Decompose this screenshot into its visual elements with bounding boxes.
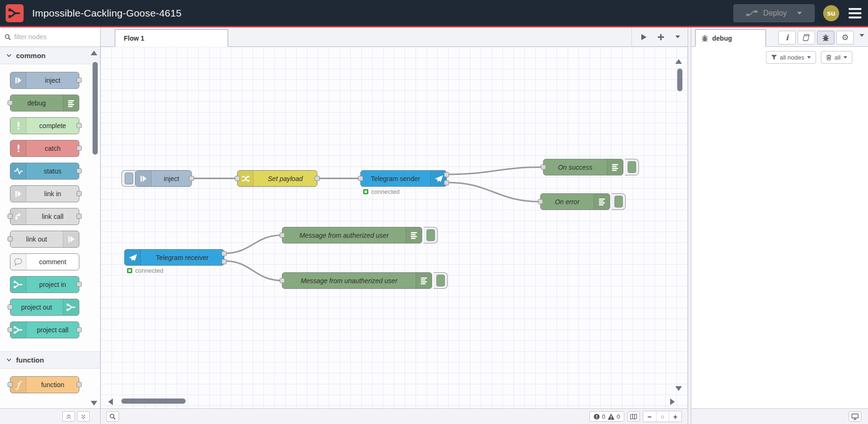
canvas-scroll-left-icon[interactable]: [108, 398, 113, 405]
tab-debug[interactable]: debug: [695, 29, 766, 47]
output-port-2[interactable]: [444, 180, 449, 185]
flow-node-on-error[interactable]: On error: [540, 193, 610, 210]
canvas-scroll-down-icon[interactable]: [675, 386, 682, 391]
output-port-2[interactable]: [221, 259, 227, 264]
notification-counts[interactable]: 0 0: [589, 411, 624, 422]
palette-node-link-call[interactable]: link call: [10, 208, 79, 225]
input-port[interactable]: [280, 233, 285, 238]
canvas-scroll-right-icon[interactable]: [670, 398, 675, 405]
output-port[interactable]: [77, 191, 82, 196]
debug-toggle-button[interactable]: [424, 227, 438, 243]
open-in-window-button[interactable]: [849, 411, 861, 422]
debug-tab-button[interactable]: [817, 31, 834, 44]
zoom-in-button[interactable]: +: [669, 411, 681, 422]
input-port[interactable]: [538, 199, 543, 204]
info-tab-button[interactable]: i: [778, 31, 796, 44]
main-menu-icon[interactable]: [848, 6, 862, 20]
sidebar-splitter[interactable]: [688, 27, 691, 424]
palette-scroll-down-icon[interactable]: [91, 401, 97, 406]
input-port[interactable]: [8, 304, 13, 310]
palette-node-project-call[interactable]: project call: [10, 321, 79, 338]
telegram-plane-icon: [125, 250, 141, 265]
link-arrow-icon: [10, 208, 26, 225]
output-port-1[interactable]: [221, 251, 227, 256]
input-port[interactable]: [541, 164, 546, 170]
add-flow-button[interactable]: [655, 31, 667, 43]
palette-scrollbar-thumb[interactable]: [93, 62, 98, 155]
zoom-out-button[interactable]: −: [643, 411, 656, 422]
palette-node-comment[interactable]: comment: [10, 253, 79, 270]
input-port[interactable]: [8, 382, 13, 387]
palette-node-function[interactable]: ƒ function: [10, 376, 79, 393]
output-port[interactable]: [77, 146, 82, 151]
flow-node-on-success[interactable]: On success: [543, 159, 623, 175]
flow-node-inject[interactable]: inject: [135, 170, 192, 187]
input-port[interactable]: [358, 176, 363, 181]
palette-node-link-out[interactable]: link out: [10, 231, 79, 248]
palette-node-inject[interactable]: inject: [10, 72, 79, 89]
palette-node-debug[interactable]: debug: [10, 95, 79, 112]
output-port-1[interactable]: [444, 172, 449, 177]
tab-scroll-right-button[interactable]: [638, 31, 650, 43]
output-port[interactable]: [77, 123, 82, 128]
flow-node-msg-unauthorized[interactable]: Message from unautherized user: [282, 272, 432, 289]
palette-search[interactable]: [0, 27, 100, 47]
debug-toggle-button[interactable]: [612, 193, 626, 210]
canvas-search-button[interactable]: [106, 411, 119, 422]
output-port[interactable]: [315, 176, 320, 181]
error-circle-icon: [594, 414, 600, 420]
flow-node-telegram-receiver[interactable]: Telegram receiver: [124, 249, 224, 266]
canvas-vscrollbar-thumb[interactable]: [677, 69, 682, 91]
palette-category-common[interactable]: common: [0, 47, 100, 64]
palette-node-status[interactable]: status: [10, 163, 79, 180]
output-port[interactable]: [77, 282, 82, 287]
output-port[interactable]: [77, 78, 82, 83]
palette-node-complete[interactable]: complete: [10, 117, 79, 134]
flow-node-telegram-sender[interactable]: Telegram sender: [360, 170, 447, 187]
debug-toggle-button[interactable]: [434, 272, 448, 289]
sidebar-menu-caret-icon[interactable]: [859, 34, 864, 37]
palette-search-input[interactable]: [14, 33, 85, 41]
palette-node-project-in[interactable]: project in: [10, 276, 79, 293]
input-port[interactable]: [8, 236, 13, 242]
debug-toggle-button[interactable]: [625, 159, 639, 175]
debug-list-icon: [416, 273, 432, 288]
input-port[interactable]: [235, 176, 240, 181]
palette-node-project-out[interactable]: project out: [10, 299, 79, 316]
inject-trigger-button[interactable]: [121, 170, 136, 187]
config-tab-button[interactable]: ⚙: [836, 31, 854, 44]
navigator-button[interactable]: [627, 411, 640, 422]
input-port[interactable]: [8, 214, 13, 219]
flow-tabbar: Flow 1: [101, 27, 688, 47]
collapse-all-button[interactable]: [62, 411, 75, 422]
user-avatar[interactable]: su: [823, 5, 839, 21]
flow-list-button[interactable]: [672, 31, 684, 43]
palette-category-function[interactable]: function: [0, 351, 100, 369]
canvas-hscrollbar-thumb[interactable]: [121, 398, 186, 404]
flow-node-msg-authorized[interactable]: Message from autherized user: [282, 227, 422, 243]
canvas-scroll-up-icon[interactable]: [675, 59, 682, 64]
flow-node-set-payload[interactable]: Set payload: [237, 170, 317, 187]
input-port[interactable]: [8, 327, 13, 332]
flow-canvas[interactable]: inject Set payload Telegram sender: [101, 47, 688, 408]
output-port[interactable]: [77, 382, 82, 387]
tab-flow-1[interactable]: Flow 1: [115, 29, 228, 47]
output-port[interactable]: [77, 214, 82, 219]
output-port[interactable]: [77, 168, 82, 173]
zoom-reset-button[interactable]: ○: [656, 411, 669, 422]
palette-node-link-in[interactable]: link in: [10, 185, 79, 202]
debug-toolbar: all nodes all: [691, 47, 868, 68]
palette-node-catch[interactable]: catch: [10, 140, 79, 157]
function-f-icon: ƒ: [10, 377, 26, 393]
help-tab-button[interactable]: [798, 31, 815, 44]
search-icon: [5, 34, 11, 40]
output-port[interactable]: [77, 327, 82, 332]
input-port[interactable]: [8, 100, 13, 105]
debug-clear-button[interactable]: all: [821, 51, 852, 64]
deploy-button[interactable]: Deploy: [733, 4, 815, 22]
debug-filter-button[interactable]: all nodes: [766, 51, 816, 64]
input-port[interactable]: [280, 278, 285, 283]
palette-scroll-up-icon[interactable]: [91, 51, 97, 55]
output-port[interactable]: [189, 176, 194, 181]
expand-all-button[interactable]: [77, 411, 90, 422]
